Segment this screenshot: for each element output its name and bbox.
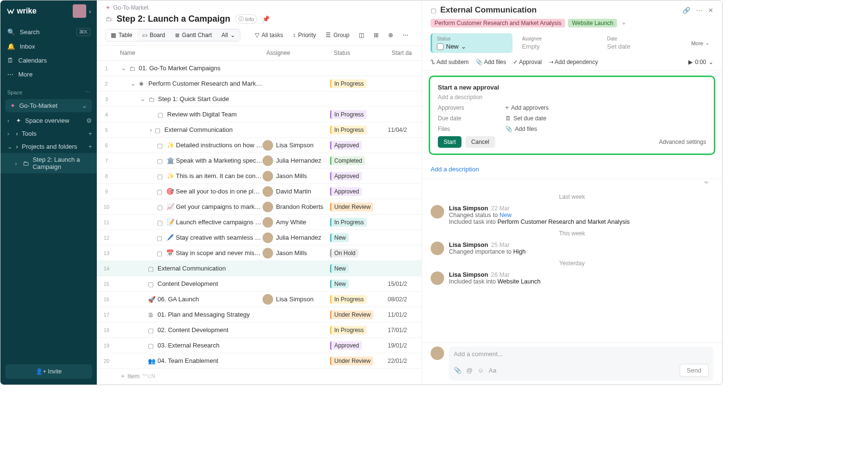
table-row[interactable]: 2 ⌄ ✸ Perform Customer Research and Mark… xyxy=(97,76,421,91)
th-assignee[interactable]: Assignee xyxy=(263,46,330,60)
attach-icon[interactable]: 📎 xyxy=(454,367,461,374)
link-icon[interactable]: 🔗 xyxy=(683,7,690,14)
status-badge[interactable]: In Progress xyxy=(330,218,367,227)
send-button[interactable]: Send xyxy=(680,364,709,377)
status-badge[interactable]: In Progress xyxy=(330,126,367,134)
table-row[interactable]: 16 🚀 06. GA Launch Lisa Simpson In Progr… xyxy=(97,292,421,307)
more-icon[interactable]: ⋯ xyxy=(696,7,702,14)
sidebar-link-search[interactable]: 🔍Search⌘K xyxy=(0,25,97,39)
tool-extra1-icon[interactable]: ◫ xyxy=(355,29,368,41)
meta-more[interactable]: More⌄ xyxy=(687,38,713,48)
view-gantt[interactable]: ≣Gantt Chart xyxy=(170,29,217,41)
tree-item[interactable]: ⌄›Projects and folders+ xyxy=(0,140,97,153)
add-approvers[interactable]: +Add approvers xyxy=(505,104,549,111)
table-row[interactable]: 13 ▢ 📅 Stay in scope and never miss a de… xyxy=(97,245,421,261)
approval-action[interactable]: ✓ Approval xyxy=(513,59,542,65)
status-badge[interactable]: New xyxy=(330,233,349,242)
tool-extra2-icon[interactable]: ⊞ xyxy=(370,29,382,41)
table-row[interactable]: 5 › ▢ External Communication In Progress… xyxy=(97,122,421,138)
pin-icon[interactable]: 📌 xyxy=(262,15,270,23)
task-title[interactable]: External Communication xyxy=(440,5,537,15)
view-board[interactable]: ▭Board xyxy=(137,29,170,41)
activity-filter-icon[interactable]: ⫧ xyxy=(703,179,710,186)
view-table[interactable]: ▦Table xyxy=(106,29,137,41)
status-badge[interactable]: In Progress xyxy=(330,110,367,119)
sidebar-link-more[interactable]: ⋯More xyxy=(0,67,97,81)
tag[interactable]: Website Launch xyxy=(568,19,617,27)
table-row[interactable]: 3 ⌄ 🗀 Step 1: Quick Start Guide xyxy=(97,91,421,107)
status-badge[interactable]: Approved xyxy=(330,187,362,196)
tool-extra3-icon[interactable]: ⊕ xyxy=(384,29,397,41)
table-row[interactable]: 9 ▢ 🎯 See all your to-dos in one place a… xyxy=(97,184,421,199)
status-badge[interactable]: Under Review xyxy=(330,310,373,319)
table-row[interactable]: 18 ▢ 02. Content Development In Progress… xyxy=(97,322,421,338)
status-badge[interactable]: In Progress xyxy=(330,79,367,88)
tree-item[interactable]: ›🗀Step 2: Launch a Campaign xyxy=(0,153,97,173)
table-row[interactable]: 4 ▢ Review with Digital Team In Progress xyxy=(97,107,421,122)
date-field[interactable]: Date Set date xyxy=(602,33,683,53)
breadcrumb[interactable]: ✦ Go-To-Market xyxy=(97,0,421,13)
set-due-date[interactable]: 🗓Set due date xyxy=(505,115,546,122)
status-badge[interactable]: In Progress xyxy=(330,326,367,334)
table-row[interactable]: 15 ▢ Content Development New 15/01/2 xyxy=(97,276,421,292)
add-files-approval[interactable]: 📎Add files xyxy=(505,126,537,132)
status-badge[interactable]: Approved xyxy=(330,141,362,150)
filter-group[interactable]: ☰Group xyxy=(322,29,353,41)
table-row[interactable]: 12 ▢ 🖊️ Stay creative with seamless revi… xyxy=(97,230,421,245)
add-subitem[interactable]: ᔐ Add subitem xyxy=(431,59,469,65)
wrike-logo[interactable]: wrike xyxy=(6,7,37,15)
table-row[interactable]: 1 ⌄ 🗀 01. Go-To Market Campaigns xyxy=(97,61,421,76)
status-badge[interactable]: In Progress xyxy=(330,295,367,304)
sidebar-link-bell[interactable]: 🔔Inbox xyxy=(0,39,97,53)
table-row[interactable]: 17 🗎 01. Plan and Messaging Strategy Und… xyxy=(97,307,421,322)
emoji-icon[interactable]: ☺ xyxy=(477,367,484,374)
user-avatar[interactable] xyxy=(73,4,86,18)
table-row[interactable]: 11 ▢ 📝 Launch effective campaigns in sec… xyxy=(97,215,421,230)
status-badge[interactable]: Approved xyxy=(330,172,362,180)
th-date[interactable]: Start da xyxy=(388,46,421,60)
assignee-field[interactable]: Assignee Empty xyxy=(517,33,598,53)
sidebar-link-calendar[interactable]: 🗓Calendars xyxy=(0,53,97,67)
chevron-down-icon[interactable]: ⌄ xyxy=(121,64,126,72)
invite-button[interactable]: 👤+ Invite xyxy=(5,364,92,379)
comment-input[interactable]: Add a comment... 📎 @ ☺ Aa Send xyxy=(449,347,713,381)
tree-item[interactable]: ›✦Space overview⚙ xyxy=(0,114,97,127)
time-tracking[interactable]: ▶ 0:00 ⌄ xyxy=(688,59,713,65)
add-files[interactable]: 📎 Add files xyxy=(475,59,506,65)
collapse-sidebar-icon[interactable]: ‹ xyxy=(89,8,91,15)
status-badge[interactable]: Under Review xyxy=(330,357,373,365)
tag[interactable]: Perform Customer Research and Market Ana… xyxy=(431,19,565,27)
status-field[interactable]: Status New ⌄ xyxy=(431,33,513,53)
status-badge[interactable]: New xyxy=(330,264,349,273)
space-menu-icon[interactable]: ⋯ xyxy=(85,89,90,95)
th-name[interactable]: Name xyxy=(116,46,263,60)
th-status[interactable]: Status xyxy=(330,46,388,60)
filter-alltasks[interactable]: ▽All tasks xyxy=(251,29,287,41)
gear-icon[interactable]: ⚙ xyxy=(86,117,92,124)
table-row[interactable]: 19 ▢ 03. External Research Approved 19/0… xyxy=(97,338,421,353)
toolbar-more-icon[interactable]: ⋯ xyxy=(399,29,412,41)
add-tag-icon[interactable]: + xyxy=(620,20,628,27)
status-badge[interactable]: Under Review xyxy=(330,203,373,211)
add-description[interactable]: Add a description xyxy=(422,160,722,179)
advanced-settings[interactable]: Advanced settings xyxy=(659,139,706,145)
status-badge[interactable]: New xyxy=(330,280,349,288)
table-row[interactable]: 10 ▢ 📈 Get your campaigns to market fast… xyxy=(97,199,421,215)
format-icon[interactable]: Aa xyxy=(488,367,496,374)
table-row[interactable]: 7 ▢ 🏛️ Speak with a Marketing specialist… xyxy=(97,153,421,168)
filter-priority[interactable]: ↕Priority xyxy=(289,29,320,41)
view-all[interactable]: All ⌄ xyxy=(217,29,240,41)
add-dependency[interactable]: ⇢ Add dependency xyxy=(549,59,598,65)
table-row[interactable]: 8 ▢ ✨ This is an item. It can be configu… xyxy=(97,168,421,184)
plus-icon[interactable]: + xyxy=(88,130,92,137)
chevron-down-icon[interactable]: ⌄ xyxy=(131,80,136,87)
add-item[interactable]: + Item ^⌥N xyxy=(97,369,421,384)
mention-icon[interactable]: @ xyxy=(466,367,473,374)
plus-icon[interactable]: + xyxy=(88,143,92,150)
tree-item[interactable]: ››Tools+ xyxy=(0,127,97,140)
chevron-down-icon[interactable]: ⌄ xyxy=(140,95,145,103)
status-checkbox[interactable] xyxy=(437,43,444,50)
status-badge[interactable]: On Hold xyxy=(330,249,358,257)
table-row[interactable]: 20 👥 04. Team Enablement Under Review 22… xyxy=(97,353,421,369)
space-selector[interactable]: ✦ Go-To-Market ⌄ xyxy=(5,99,92,112)
